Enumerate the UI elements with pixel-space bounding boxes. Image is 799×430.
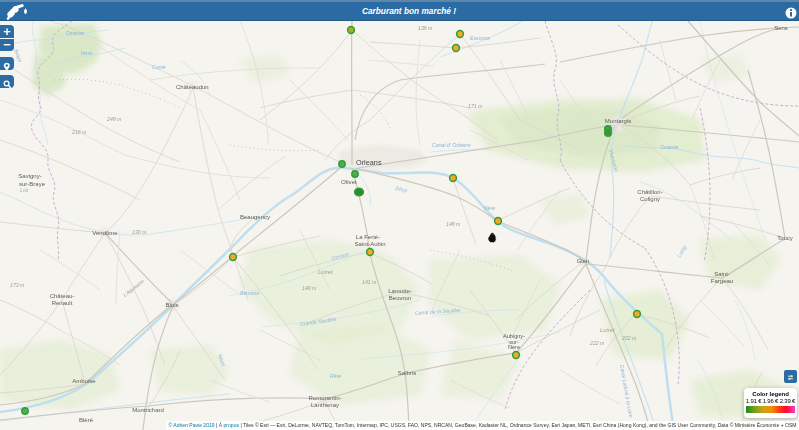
svg-text:Beaugency: Beaugency bbox=[240, 214, 270, 220]
svg-text:222 m: 222 m bbox=[589, 340, 605, 346]
svg-text:Coligny: Coligny bbox=[640, 196, 660, 202]
svg-text:Château-: Château- bbox=[50, 293, 75, 299]
svg-text:Ouanne: Ouanne bbox=[660, 144, 679, 150]
svg-text:140 m: 140 m bbox=[302, 285, 317, 291]
svg-text:Montargis: Montargis bbox=[605, 118, 631, 124]
svg-text:Loir: Loir bbox=[20, 187, 29, 193]
svg-text:Gien: Gien bbox=[577, 258, 590, 264]
svg-text:130 m: 130 m bbox=[132, 229, 147, 235]
svg-text:Conie: Conie bbox=[152, 64, 166, 70]
svg-text:Yerre: Yerre bbox=[80, 50, 93, 56]
svg-text:Saint-: Saint- bbox=[714, 271, 730, 277]
svg-text:La Ferté-: La Ferté- bbox=[356, 234, 380, 240]
svg-text:Lanthenay: Lanthenay bbox=[311, 402, 339, 408]
svg-text:218 m: 218 m bbox=[71, 129, 87, 135]
svg-text:173 m: 173 m bbox=[10, 282, 25, 288]
svg-text:Romorantin-: Romorantin- bbox=[308, 395, 341, 401]
svg-text:Châteaudun: Châteaudun bbox=[176, 84, 209, 90]
svg-text:Beuvron: Beuvron bbox=[240, 290, 259, 296]
svg-text:249 m: 249 m bbox=[106, 116, 122, 122]
svg-text:Bléré: Bléré bbox=[79, 417, 94, 423]
svg-text:Nère: Nère bbox=[508, 344, 520, 350]
svg-text:Montrichard: Montrichard bbox=[132, 407, 164, 413]
svg-text:Ozanne: Ozanne bbox=[66, 30, 84, 36]
svg-text:202 m: 202 m bbox=[621, 335, 637, 341]
svg-text:Vendôme: Vendôme bbox=[92, 230, 118, 236]
svg-text:Blois: Blois bbox=[165, 302, 178, 308]
svg-text:Nère: Nère bbox=[484, 205, 495, 211]
svg-text:Toucy: Toucy bbox=[777, 235, 793, 241]
svg-text:171 m: 171 m bbox=[468, 103, 483, 109]
svg-text:Canal d' Orleans: Canal d' Orleans bbox=[432, 142, 471, 148]
svg-text:Loiret: Loiret bbox=[318, 269, 333, 275]
svg-text:141 m: 141 m bbox=[362, 279, 377, 285]
svg-text:Savigny-: Savigny- bbox=[18, 173, 41, 179]
svg-text:Lamotte-: Lamotte- bbox=[388, 288, 412, 294]
svg-text:Amboise: Amboise bbox=[72, 378, 96, 384]
svg-text:Fargeau: Fargeau bbox=[711, 278, 733, 284]
svg-text:Olivet: Olivet bbox=[341, 178, 357, 185]
svg-text:Essonne: Essonne bbox=[470, 35, 490, 41]
svg-text:Orleans: Orleans bbox=[356, 158, 382, 167]
svg-text:Beuvron: Beuvron bbox=[389, 295, 411, 301]
svg-text:Salbris: Salbris bbox=[398, 370, 416, 376]
svg-text:148 m: 148 m bbox=[446, 221, 461, 227]
svg-text:Saint-Aubin: Saint-Aubin bbox=[354, 241, 385, 247]
svg-text:Sens: Sens bbox=[774, 25, 788, 31]
svg-text:Rère: Rère bbox=[330, 373, 341, 379]
svg-text:Châtillon-: Châtillon- bbox=[637, 189, 662, 195]
svg-text:sur-Braye: sur-Braye bbox=[19, 181, 46, 187]
svg-text:Renault: Renault bbox=[52, 300, 73, 306]
svg-text:138 m: 138 m bbox=[418, 25, 433, 31]
svg-text:Loiret: Loiret bbox=[600, 327, 615, 333]
